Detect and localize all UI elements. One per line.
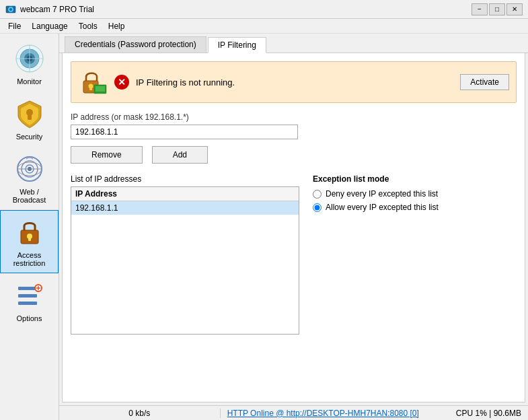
- two-column-layout: List of IP addresses IP Address 192.168.…: [71, 174, 517, 335]
- exception-mode-section: Exception list mode Deny every IP except…: [313, 174, 517, 335]
- error-icon: ✕: [114, 75, 129, 90]
- ip-field-label: IP address (or mask 192.168.1.*): [71, 112, 517, 122]
- ip-list-section: List of IP addresses IP Address 192.168.…: [71, 174, 299, 335]
- status-speed: 0 kb/s: [59, 409, 221, 418]
- main-panel: ✕ IP Filtering is not running. Activate …: [62, 53, 525, 403]
- svg-rect-21: [18, 294, 37, 298]
- sidebar-label-options: Options: [17, 314, 42, 322]
- maximize-button[interactable]: □: [489, 3, 505, 15]
- sidebar-label-security: Security: [16, 133, 43, 141]
- content-area: Credentials (Password protection) IP Fil…: [59, 34, 528, 420]
- window-title: webcam 7 PRO Trial: [20, 5, 472, 14]
- menu-language[interactable]: Language: [26, 20, 73, 32]
- info-bar-left: ✕ IP Filtering is not running.: [78, 67, 235, 97]
- deny-label: Deny every IP excepted this list: [326, 189, 438, 199]
- tab-credentials[interactable]: Credentials (Password protection): [65, 36, 206, 53]
- button-row: Remove Add: [71, 146, 517, 164]
- svg-rect-22: [18, 302, 37, 305]
- sidebar-label-web-broadcast: Web / Broadcast: [3, 188, 55, 204]
- sidebar-item-monitor[interactable]: Monitor: [0, 36, 59, 92]
- minimize-button[interactable]: −: [472, 3, 488, 15]
- status-right: HTTP Online @ http://DESKTOP-HMH7HAN:808…: [221, 409, 528, 418]
- options-icon: [13, 279, 46, 312]
- app-icon: [5, 4, 16, 15]
- svg-rect-28: [89, 88, 92, 90]
- info-bar: ✕ IP Filtering is not running. Activate: [71, 61, 517, 103]
- svg-point-2: [9, 8, 12, 11]
- sidebar-item-access-restriction[interactable]: Access restriction: [0, 210, 59, 273]
- title-bar: webcam 7 PRO Trial − □ ✕: [0, 0, 528, 19]
- tab-ip-filtering[interactable]: IP Filtering: [208, 37, 266, 53]
- list-title: List of IP addresses: [71, 174, 299, 184]
- main-layout: Monitor Security: [0, 34, 528, 420]
- remove-button[interactable]: Remove: [71, 146, 143, 164]
- lock-warning-icon: [78, 67, 108, 97]
- ip-list-container[interactable]: IP Address 192.168.1.1: [71, 186, 299, 335]
- svg-rect-31: [98, 92, 103, 94]
- access-restriction-icon: [13, 216, 46, 248]
- status-bar: 0 kb/s HTTP Online @ http://DESKTOP-HMH7…: [59, 405, 528, 420]
- ip-address-input[interactable]: [71, 125, 298, 139]
- deny-radio[interactable]: [313, 190, 322, 199]
- web-broadcast-icon: [13, 153, 46, 185]
- monitor-icon: [13, 42, 46, 75]
- menu-file[interactable]: File: [3, 20, 26, 32]
- add-button[interactable]: Add: [152, 146, 208, 164]
- ip-list-item[interactable]: 192.168.1.1: [71, 201, 299, 215]
- svg-rect-20: [18, 287, 37, 290]
- window-controls: − □ ✕: [472, 3, 523, 15]
- menu-help[interactable]: Help: [103, 20, 130, 32]
- allow-label: Allow every IP excepted this list: [326, 203, 439, 212]
- allow-radio[interactable]: [313, 203, 322, 212]
- svg-rect-10: [28, 114, 32, 120]
- security-icon: [13, 98, 46, 130]
- sidebar-item-options[interactable]: Options: [0, 273, 59, 328]
- sidebar-item-web-broadcast[interactable]: Web / Broadcast: [0, 147, 59, 210]
- svg-rect-30: [96, 86, 105, 92]
- ip-list-header: IP Address: [71, 187, 299, 201]
- sidebar-item-security[interactable]: Security: [0, 92, 59, 147]
- sidebar-label-monitor: Monitor: [17, 77, 42, 85]
- cpu-status: CPU 1% | 90.6MB: [456, 409, 521, 418]
- allow-option[interactable]: Allow every IP excepted this list: [313, 203, 517, 212]
- activate-button[interactable]: Activate: [460, 74, 509, 90]
- tab-bar: Credentials (Password protection) IP Fil…: [59, 34, 528, 53]
- exception-mode-label: Exception list mode: [313, 174, 517, 184]
- status-text: IP Filtering is not running.: [136, 77, 235, 88]
- sidebar: Monitor Security: [0, 34, 59, 420]
- close-button[interactable]: ✕: [506, 3, 523, 15]
- menu-bar: File Language Tools Help: [0, 19, 528, 34]
- menu-tools[interactable]: Tools: [73, 20, 103, 32]
- sidebar-label-access-restriction: Access restriction: [3, 251, 55, 267]
- svg-rect-19: [28, 238, 31, 241]
- connection-link[interactable]: HTTP Online @ http://DESKTOP-HMH7HAN:808…: [227, 409, 419, 418]
- deny-option[interactable]: Deny every IP excepted this list: [313, 189, 517, 199]
